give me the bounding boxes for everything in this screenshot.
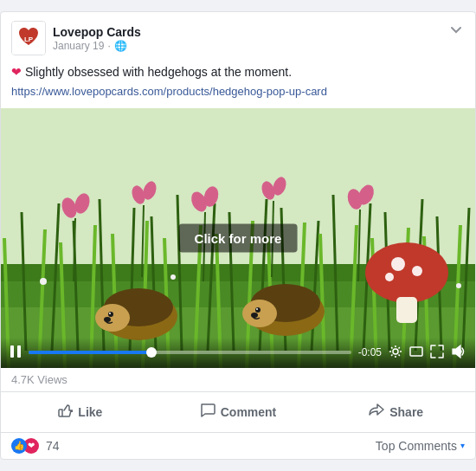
thumbs-up-icon <box>57 403 73 418</box>
post-link[interactable]: https://www.lovepopcards.com/products/he… <box>11 85 465 98</box>
post-meta: January 19 · 🌐 <box>53 40 465 52</box>
progress-fill <box>29 351 151 354</box>
like-button[interactable]: Like <box>4 396 156 429</box>
volume-icon <box>451 345 466 358</box>
dropdown-arrow-icon: ▾ <box>460 441 465 450</box>
like-icon <box>57 403 73 422</box>
more-options-button[interactable] <box>447 21 465 42</box>
video-progress-bar[interactable] <box>29 351 351 354</box>
post-header: LP Lovepop Cards January 19 · 🌐 <box>1 12 475 64</box>
svg-rect-79 <box>17 345 21 358</box>
svg-point-72 <box>251 313 258 318</box>
reaction-count: 74 <box>46 439 60 453</box>
post-text: ❤ Slightly obsessed with hedgehogs at th… <box>11 64 465 81</box>
share-button[interactable]: Share <box>320 396 472 429</box>
share-label: Share <box>389 405 423 419</box>
video-player[interactable]: Click for more -0:05 <box>1 108 475 368</box>
video-controls: -0:05 <box>1 338 475 368</box>
progress-thumb <box>146 347 157 358</box>
heart-emoji: ❤ <box>11 65 22 79</box>
svg-point-80 <box>393 349 398 354</box>
svg-rect-78 <box>10 345 14 358</box>
post-stats: 4.7K Views <box>1 368 475 392</box>
settings-button[interactable] <box>389 345 402 361</box>
globe-icon: 🌐 <box>114 40 127 52</box>
svg-point-58 <box>170 274 176 280</box>
top-comments-dropdown[interactable]: Top Comments ▾ <box>376 439 465 453</box>
post-footer: 👍 ❤ 74 Top Comments ▾ <box>1 433 475 459</box>
lovepop-logo-svg: LP <box>13 23 44 54</box>
gear-icon <box>389 345 402 358</box>
post-body-text: Slightly obsessed with hedgehogs at the … <box>25 65 292 79</box>
svg-point-76 <box>385 273 394 281</box>
like-label: Like <box>78 405 102 419</box>
svg-rect-77 <box>396 297 417 323</box>
svg-rect-81 <box>410 347 422 356</box>
comment-label: Comment <box>221 405 277 419</box>
time-remaining: -0:05 <box>358 346 382 358</box>
svg-point-71 <box>256 308 258 310</box>
reactions-section: 👍 ❤ 74 <box>11 438 60 454</box>
svg-point-57 <box>40 278 47 285</box>
svg-point-69 <box>242 300 277 327</box>
svg-point-66 <box>104 317 111 322</box>
post-date: January 19 <box>53 40 104 52</box>
post-body: ❤ Slightly obsessed with hedgehogs at th… <box>1 64 475 108</box>
top-comments-label: Top Comments <box>376 439 457 453</box>
dot-separator: · <box>107 40 110 52</box>
expand-icon <box>430 345 444 358</box>
svg-point-65 <box>109 313 111 314</box>
page-logo[interactable]: LP <box>11 21 46 55</box>
facebook-post: LP Lovepop Cards January 19 · 🌐 ❤ Slight… <box>0 11 476 460</box>
pause-button[interactable] <box>10 345 22 361</box>
share-icon <box>369 403 384 422</box>
click-for-more-overlay[interactable]: Click for more <box>179 223 298 252</box>
svg-point-64 <box>108 312 113 317</box>
header-info: Lovepop Cards January 19 · 🌐 <box>53 24 465 52</box>
svg-point-60 <box>456 283 461 288</box>
like-reaction-icon: 👍 <box>11 438 27 454</box>
comment-icon <box>200 403 215 422</box>
svg-text:LP: LP <box>24 35 34 43</box>
chevron-down-icon <box>447 21 465 38</box>
svg-point-74 <box>391 257 405 271</box>
reaction-icons: 👍 ❤ <box>11 438 39 454</box>
svg-point-63 <box>95 304 130 332</box>
post-actions: Like Comment Share <box>1 392 475 433</box>
comment-button[interactable]: Comment <box>163 396 314 429</box>
theater-mode-button[interactable] <box>409 345 423 361</box>
view-count: 4.7K Views <box>11 373 68 386</box>
speech-bubble-icon <box>200 403 215 418</box>
svg-point-70 <box>255 307 261 313</box>
page-name[interactable]: Lovepop Cards <box>53 24 465 40</box>
theater-icon <box>409 345 423 358</box>
fullscreen-button[interactable] <box>430 345 444 361</box>
pause-icon <box>10 345 22 358</box>
svg-point-75 <box>412 266 422 276</box>
forward-arrow-icon <box>369 403 384 418</box>
volume-button[interactable] <box>451 345 466 361</box>
svg-point-73 <box>365 242 448 303</box>
